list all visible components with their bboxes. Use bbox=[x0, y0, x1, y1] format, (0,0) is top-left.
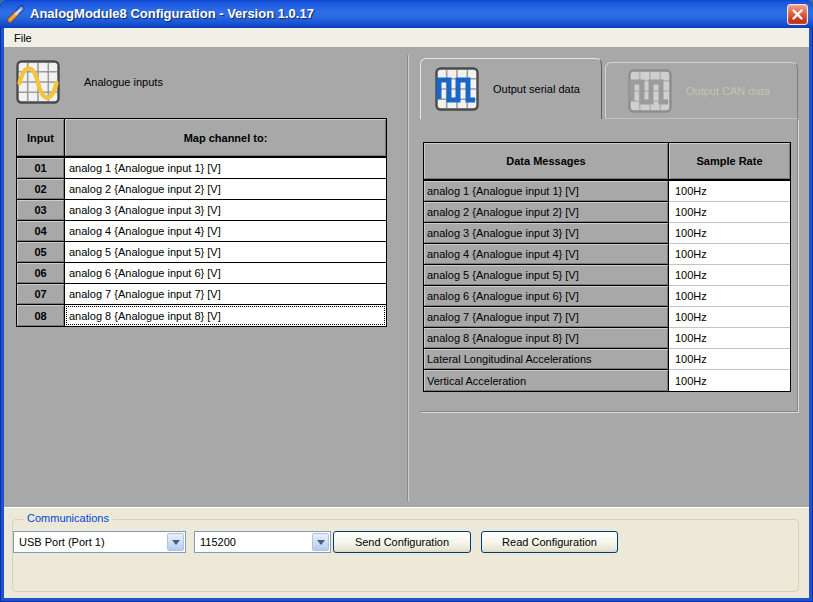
sample-rate-cell[interactable]: 100Hz bbox=[669, 244, 790, 265]
input-number-cell[interactable]: 04 bbox=[17, 221, 65, 242]
screwdriver-icon bbox=[7, 5, 25, 23]
data-message-cell[interactable]: analog 4 {Analogue input 4} [V] bbox=[424, 244, 669, 265]
data-message-row: analog 3 {Analogue input 3} [V]100Hz bbox=[424, 223, 790, 244]
chevron-down-icon bbox=[317, 540, 325, 545]
column-header-data-messages: Data Messages bbox=[424, 143, 669, 181]
sample-rate-cell[interactable]: 100Hz bbox=[669, 265, 790, 286]
baud-rate-dropdown[interactable]: 115200 bbox=[194, 531, 331, 553]
panel-divider bbox=[407, 55, 409, 501]
input-map-row: 08analog 8 {Analogue input 8} [V] bbox=[17, 305, 386, 326]
data-message-row: analog 4 {Analogue input 4} [V]100Hz bbox=[424, 244, 790, 265]
channel-mapping-cell[interactable]: analog 4 {Analogue input 4} [V] bbox=[65, 221, 386, 242]
sample-rate-cell[interactable]: 100Hz bbox=[669, 370, 790, 391]
tab-output-serial-data[interactable]: Output serial data bbox=[420, 58, 602, 119]
close-button[interactable] bbox=[787, 4, 808, 25]
data-message-row: Lateral Longitudinal Accelerations100Hz bbox=[424, 349, 790, 370]
input-number-cell[interactable]: 07 bbox=[17, 284, 65, 305]
tab-output-can-data-label: Output CAN data bbox=[686, 85, 770, 97]
sample-rate-cell[interactable]: 100Hz bbox=[669, 349, 790, 370]
input-map-row: 02analog 2 {Analogue input 2} [V] bbox=[17, 179, 386, 200]
communications-group-label: Communications bbox=[23, 512, 113, 524]
analogue-inputs-header: Analogue inputs bbox=[16, 60, 163, 104]
input-number-cell[interactable]: 03 bbox=[17, 200, 65, 221]
input-mapping-table: Input Map channel to: 01analog 1 {Analog… bbox=[16, 118, 387, 327]
data-message-row: Vertical Acceleration100Hz bbox=[424, 370, 790, 391]
input-number-cell[interactable]: 01 bbox=[17, 158, 65, 179]
sample-rate-cell[interactable]: 100Hz bbox=[669, 202, 790, 223]
input-map-row: 05analog 5 {Analogue input 5} [V] bbox=[17, 242, 386, 263]
data-message-cell[interactable]: Lateral Longitudinal Accelerations bbox=[424, 349, 669, 370]
menu-item-file[interactable]: File bbox=[6, 30, 40, 46]
data-message-row: analog 2 {Analogue input 2} [V]100Hz bbox=[424, 202, 790, 223]
data-message-cell[interactable]: analog 1 {Analogue input 1} [V] bbox=[424, 181, 669, 202]
input-map-row: 07analog 7 {Analogue input 7} [V] bbox=[17, 284, 386, 305]
analogue-inputs-label: Analogue inputs bbox=[84, 76, 163, 88]
communications-groupbox: Communications bbox=[12, 519, 799, 592]
data-message-cell[interactable]: analog 5 {Analogue input 5} [V] bbox=[424, 265, 669, 286]
data-message-cell[interactable]: analog 7 {Analogue input 7} [V] bbox=[424, 307, 669, 328]
data-message-row: analog 8 {Analogue input 8} [V]100Hz bbox=[424, 328, 790, 349]
input-map-row: 03analog 3 {Analogue input 3} [V] bbox=[17, 200, 386, 221]
port-dropdown[interactable]: USB Port (Port 1) bbox=[13, 531, 186, 553]
sample-rate-cell[interactable]: 100Hz bbox=[669, 223, 790, 244]
channel-mapping-cell[interactable]: analog 7 {Analogue input 7} [V] bbox=[65, 284, 386, 305]
grid-sine-wave-icon bbox=[16, 60, 60, 104]
send-configuration-button[interactable]: Send Configuration bbox=[333, 531, 471, 553]
window-title: AnalogModule8 Configuration - Version 1.… bbox=[30, 0, 314, 28]
read-configuration-button[interactable]: Read Configuration bbox=[481, 531, 618, 553]
dropdown-arrow-button[interactable] bbox=[312, 533, 329, 551]
data-message-row: analog 7 {Analogue input 7} [V]100Hz bbox=[424, 307, 790, 328]
input-number-cell[interactable]: 05 bbox=[17, 242, 65, 263]
input-number-cell[interactable]: 06 bbox=[17, 263, 65, 284]
data-message-row: analog 1 {Analogue input 1} [V]100Hz bbox=[424, 181, 790, 202]
sample-rate-cell[interactable]: 100Hz bbox=[669, 328, 790, 349]
input-map-row: 01analog 1 {Analogue input 1} [V] bbox=[17, 158, 386, 179]
input-map-row: 04analog 4 {Analogue input 4} [V] bbox=[17, 221, 386, 242]
data-messages-header-row: Data Messages Sample Rate bbox=[424, 143, 790, 181]
grid-square-wave-icon bbox=[435, 67, 479, 111]
channel-mapping-cell[interactable]: analog 8 {Analogue input 8} [V] bbox=[65, 305, 386, 326]
communications-panel: Communications USB Port (Port 1) 115200 … bbox=[4, 507, 809, 598]
input-mapping-header-row: Input Map channel to: bbox=[17, 119, 386, 158]
chevron-down-icon bbox=[172, 540, 180, 545]
input-number-cell[interactable]: 08 bbox=[17, 305, 65, 326]
menu-bar: File bbox=[4, 28, 809, 47]
channel-mapping-cell[interactable]: analog 2 {Analogue input 2} [V] bbox=[65, 179, 386, 200]
column-header-map-channel: Map channel to: bbox=[65, 119, 386, 158]
channel-mapping-cell[interactable]: analog 3 {Analogue input 3} [V] bbox=[65, 200, 386, 221]
data-message-cell[interactable]: Vertical Acceleration bbox=[424, 370, 669, 391]
grid-square-wave-icon-disabled bbox=[628, 69, 672, 113]
port-dropdown-value: USB Port (Port 1) bbox=[14, 536, 166, 548]
title-bar: AnalogModule8 Configuration - Version 1.… bbox=[0, 0, 813, 28]
data-message-cell[interactable]: analog 8 {Analogue input 8} [V] bbox=[424, 328, 669, 349]
baud-rate-dropdown-value: 115200 bbox=[195, 536, 311, 548]
data-messages-table: Data Messages Sample Rate analog 1 {Anal… bbox=[423, 142, 791, 392]
column-header-sample-rate: Sample Rate bbox=[669, 143, 790, 181]
close-x-icon bbox=[790, 7, 805, 22]
column-header-input: Input bbox=[17, 119, 65, 158]
sample-rate-cell[interactable]: 100Hz bbox=[669, 307, 790, 328]
channel-mapping-cell[interactable]: analog 5 {Analogue input 5} [V] bbox=[65, 242, 386, 263]
input-number-cell[interactable]: 02 bbox=[17, 179, 65, 200]
sample-rate-cell[interactable]: 100Hz bbox=[669, 181, 790, 202]
data-message-cell[interactable]: analog 6 {Analogue input 6} [V] bbox=[424, 286, 669, 307]
channel-mapping-cell[interactable]: analog 6 {Analogue input 6} [V] bbox=[65, 263, 386, 284]
data-message-row: analog 5 {Analogue input 5} [V]100Hz bbox=[424, 265, 790, 286]
data-message-cell[interactable]: analog 3 {Analogue input 3} [V] bbox=[424, 223, 669, 244]
channel-mapping-cell[interactable]: analog 1 {Analogue input 1} [V] bbox=[65, 158, 386, 179]
tab-output-can-data[interactable]: Output CAN data bbox=[605, 62, 798, 119]
dropdown-arrow-button[interactable] bbox=[167, 533, 184, 551]
sample-rate-cell[interactable]: 100Hz bbox=[669, 286, 790, 307]
data-message-cell[interactable]: analog 2 {Analogue input 2} [V] bbox=[424, 202, 669, 223]
tab-output-serial-data-label: Output serial data bbox=[493, 83, 580, 95]
app-window: AnalogModule8 Configuration - Version 1.… bbox=[0, 0, 813, 602]
input-map-row: 06analog 6 {Analogue input 6} [V] bbox=[17, 263, 386, 284]
data-message-row: analog 6 {Analogue input 6} [V]100Hz bbox=[424, 286, 790, 307]
client-area: Analogue inputs Input Map channel to: 01… bbox=[4, 47, 809, 507]
